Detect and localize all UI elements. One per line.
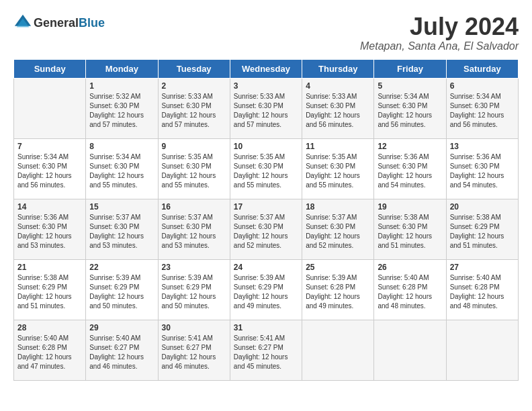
day-number: 29 bbox=[89, 323, 154, 332]
calendar-table: Sunday Monday Tuesday Wednesday Thursday… bbox=[13, 59, 519, 381]
cell-content: Sunrise: 5:38 AM Sunset: 6:30 PM Dayligh… bbox=[378, 213, 442, 250]
calendar-cell: 16Sunrise: 5:37 AM Sunset: 6:30 PM Dayli… bbox=[158, 199, 230, 259]
day-number: 10 bbox=[234, 142, 298, 151]
calendar-week-row: 28Sunrise: 5:40 AM Sunset: 6:28 PM Dayli… bbox=[14, 320, 519, 380]
cell-content: Sunrise: 5:34 AM Sunset: 6:30 PM Dayligh… bbox=[378, 92, 442, 130]
day-number: 2 bbox=[162, 81, 226, 91]
calendar-cell: 6Sunrise: 5:34 AM Sunset: 6:30 PM Daylig… bbox=[446, 78, 518, 138]
day-number: 28 bbox=[17, 323, 82, 332]
calendar-cell bbox=[302, 320, 374, 380]
day-number: 3 bbox=[234, 81, 298, 91]
cell-content: Sunrise: 5:36 AM Sunset: 6:30 PM Dayligh… bbox=[378, 152, 442, 190]
calendar-cell: 30Sunrise: 5:41 AM Sunset: 6:27 PM Dayli… bbox=[158, 320, 230, 380]
day-number: 6 bbox=[450, 81, 515, 91]
cell-content: Sunrise: 5:37 AM Sunset: 6:30 PM Dayligh… bbox=[89, 213, 154, 250]
day-number: 4 bbox=[306, 81, 370, 91]
day-number: 8 bbox=[89, 142, 154, 151]
cell-content: Sunrise: 5:40 AM Sunset: 6:28 PM Dayligh… bbox=[378, 273, 442, 311]
cell-content: Sunrise: 5:37 AM Sunset: 6:30 PM Dayligh… bbox=[162, 213, 226, 250]
cell-content: Sunrise: 5:39 AM Sunset: 6:29 PM Dayligh… bbox=[162, 273, 226, 311]
cell-content: Sunrise: 5:39 AM Sunset: 6:29 PM Dayligh… bbox=[234, 273, 298, 311]
day-number: 16 bbox=[162, 202, 226, 212]
calendar-cell bbox=[374, 320, 446, 380]
logo-general: General bbox=[34, 16, 79, 30]
calendar-cell: 25Sunrise: 5:39 AM Sunset: 6:28 PM Dayli… bbox=[302, 259, 374, 320]
day-number: 22 bbox=[89, 263, 154, 272]
calendar-cell: 2Sunrise: 5:33 AM Sunset: 6:30 PM Daylig… bbox=[158, 78, 230, 138]
calendar-cell: 20Sunrise: 5:38 AM Sunset: 6:29 PM Dayli… bbox=[446, 199, 518, 259]
cell-content: Sunrise: 5:36 AM Sunset: 6:30 PM Dayligh… bbox=[450, 152, 515, 190]
cell-content: Sunrise: 5:41 AM Sunset: 6:27 PM Dayligh… bbox=[234, 334, 298, 371]
cell-content: Sunrise: 5:40 AM Sunset: 6:28 PM Dayligh… bbox=[17, 334, 82, 371]
cell-content: Sunrise: 5:33 AM Sunset: 6:30 PM Dayligh… bbox=[234, 92, 298, 130]
header-monday: Monday bbox=[86, 59, 158, 78]
day-number: 24 bbox=[234, 263, 298, 272]
header-wednesday: Wednesday bbox=[230, 59, 302, 78]
calendar-cell: 11Sunrise: 5:35 AM Sunset: 6:30 PM Dayli… bbox=[302, 138, 374, 199]
calendar-week-row: 21Sunrise: 5:38 AM Sunset: 6:29 PM Dayli… bbox=[14, 259, 519, 320]
calendar-cell: 27Sunrise: 5:40 AM Sunset: 6:28 PM Dayli… bbox=[446, 259, 518, 320]
logo-icon bbox=[13, 13, 32, 32]
page-header: GeneralBlue July 2024 Metapan, Santa Ana… bbox=[13, 13, 519, 52]
day-number: 15 bbox=[89, 202, 154, 212]
logo: GeneralBlue bbox=[13, 13, 105, 32]
calendar-week-row: 1Sunrise: 5:32 AM Sunset: 6:30 PM Daylig… bbox=[14, 78, 519, 138]
day-number: 21 bbox=[17, 263, 82, 272]
calendar-cell: 17Sunrise: 5:37 AM Sunset: 6:30 PM Dayli… bbox=[230, 199, 302, 259]
calendar-body: 1Sunrise: 5:32 AM Sunset: 6:30 PM Daylig… bbox=[14, 78, 519, 380]
calendar-cell: 28Sunrise: 5:40 AM Sunset: 6:28 PM Dayli… bbox=[14, 320, 86, 380]
day-number: 17 bbox=[234, 202, 298, 212]
calendar-cell: 18Sunrise: 5:37 AM Sunset: 6:30 PM Dayli… bbox=[302, 199, 374, 259]
day-number: 13 bbox=[450, 142, 515, 151]
calendar-cell: 4Sunrise: 5:33 AM Sunset: 6:30 PM Daylig… bbox=[302, 78, 374, 138]
calendar-cell: 29Sunrise: 5:40 AM Sunset: 6:27 PM Dayli… bbox=[86, 320, 158, 380]
calendar-cell: 7Sunrise: 5:34 AM Sunset: 6:30 PM Daylig… bbox=[14, 138, 86, 199]
cell-content: Sunrise: 5:37 AM Sunset: 6:30 PM Dayligh… bbox=[234, 213, 298, 250]
cell-content: Sunrise: 5:38 AM Sunset: 6:29 PM Dayligh… bbox=[17, 273, 82, 311]
day-number: 31 bbox=[234, 323, 298, 332]
calendar-cell bbox=[14, 78, 86, 138]
calendar-cell: 24Sunrise: 5:39 AM Sunset: 6:29 PM Dayli… bbox=[230, 259, 302, 320]
day-number: 30 bbox=[162, 323, 226, 332]
cell-content: Sunrise: 5:35 AM Sunset: 6:30 PM Dayligh… bbox=[162, 152, 226, 190]
calendar-cell: 10Sunrise: 5:35 AM Sunset: 6:30 PM Dayli… bbox=[230, 138, 302, 199]
calendar-cell: 13Sunrise: 5:36 AM Sunset: 6:30 PM Dayli… bbox=[446, 138, 518, 199]
cell-content: Sunrise: 5:39 AM Sunset: 6:28 PM Dayligh… bbox=[306, 273, 370, 311]
day-number: 7 bbox=[17, 142, 82, 151]
calendar-week-row: 14Sunrise: 5:36 AM Sunset: 6:30 PM Dayli… bbox=[14, 199, 519, 259]
day-number: 27 bbox=[450, 263, 515, 272]
cell-content: Sunrise: 5:33 AM Sunset: 6:30 PM Dayligh… bbox=[162, 92, 226, 130]
calendar-cell: 3Sunrise: 5:33 AM Sunset: 6:30 PM Daylig… bbox=[230, 78, 302, 138]
calendar-cell: 9Sunrise: 5:35 AM Sunset: 6:30 PM Daylig… bbox=[158, 138, 230, 199]
location-subtitle: Metapan, Santa Ana, El Salvador bbox=[360, 40, 519, 52]
cell-content: Sunrise: 5:32 AM Sunset: 6:30 PM Dayligh… bbox=[89, 92, 154, 130]
day-number: 14 bbox=[17, 202, 82, 212]
header-sunday: Sunday bbox=[14, 59, 86, 78]
calendar-cell: 14Sunrise: 5:36 AM Sunset: 6:30 PM Dayli… bbox=[14, 199, 86, 259]
logo-blue: Blue bbox=[79, 16, 105, 30]
cell-content: Sunrise: 5:37 AM Sunset: 6:30 PM Dayligh… bbox=[306, 213, 370, 250]
day-number: 19 bbox=[378, 202, 442, 212]
day-number: 12 bbox=[378, 142, 442, 151]
cell-content: Sunrise: 5:34 AM Sunset: 6:30 PM Dayligh… bbox=[17, 152, 82, 190]
calendar-week-row: 7Sunrise: 5:34 AM Sunset: 6:30 PM Daylig… bbox=[14, 138, 519, 199]
header-friday: Friday bbox=[374, 59, 446, 78]
calendar-cell: 8Sunrise: 5:34 AM Sunset: 6:30 PM Daylig… bbox=[86, 138, 158, 199]
cell-content: Sunrise: 5:36 AM Sunset: 6:30 PM Dayligh… bbox=[17, 213, 82, 250]
cell-content: Sunrise: 5:35 AM Sunset: 6:30 PM Dayligh… bbox=[306, 152, 370, 190]
header-thursday: Thursday bbox=[302, 59, 374, 78]
calendar-cell: 15Sunrise: 5:37 AM Sunset: 6:30 PM Dayli… bbox=[86, 199, 158, 259]
days-header-row: Sunday Monday Tuesday Wednesday Thursday… bbox=[14, 59, 519, 78]
calendar-cell: 1Sunrise: 5:32 AM Sunset: 6:30 PM Daylig… bbox=[86, 78, 158, 138]
calendar-cell: 26Sunrise: 5:40 AM Sunset: 6:28 PM Dayli… bbox=[374, 259, 446, 320]
cell-content: Sunrise: 5:40 AM Sunset: 6:28 PM Dayligh… bbox=[450, 273, 515, 311]
calendar-cell: 22Sunrise: 5:39 AM Sunset: 6:29 PM Dayli… bbox=[86, 259, 158, 320]
calendar-cell bbox=[446, 320, 518, 380]
calendar-cell: 23Sunrise: 5:39 AM Sunset: 6:29 PM Dayli… bbox=[158, 259, 230, 320]
cell-content: Sunrise: 5:34 AM Sunset: 6:30 PM Dayligh… bbox=[450, 92, 515, 130]
title-block: July 2024 Metapan, Santa Ana, El Salvado… bbox=[360, 13, 519, 52]
cell-content: Sunrise: 5:33 AM Sunset: 6:30 PM Dayligh… bbox=[306, 92, 370, 130]
header-tuesday: Tuesday bbox=[158, 59, 230, 78]
cell-content: Sunrise: 5:40 AM Sunset: 6:27 PM Dayligh… bbox=[89, 334, 154, 371]
day-number: 20 bbox=[450, 202, 515, 212]
